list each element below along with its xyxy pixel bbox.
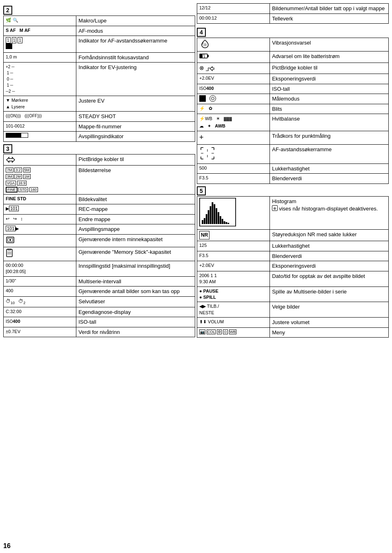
svg-rect-10 — [200, 54, 203, 58]
table-row: C:32:00 Egendiagnose-display — [4, 307, 195, 317]
desc-cell: Meny — [270, 327, 389, 338]
desc-cell: Lukkerhastighet — [270, 241, 389, 251]
desc-cell: Eksponeringsverdi — [270, 261, 389, 271]
svg-rect-36 — [224, 221, 225, 224]
desc-cell: Verdi for nivåtrinn — [76, 327, 195, 337]
desc-cell: PictBridge kobler til — [76, 154, 195, 165]
desc-cell: Histogram ⊗ vises når histogram-displaye… — [270, 197, 389, 230]
icon-cell: (((ON))) (((OFF))) — [4, 112, 76, 122]
desc-cell: Gjenværende antall bilder som kan tas op… — [76, 287, 195, 297]
desc-cell: Bildestørrelse — [76, 165, 195, 194]
table-row: ● PAUSE● SPILL Spille av Multiserie-bild… — [197, 287, 389, 302]
icon-cell: 7M 3:2 5M 3M 2M 1M VGA 16:9 FINE STD 160 — [4, 165, 76, 194]
section2-header: 2 — [3, 6, 195, 15]
section4-header: 4 — [197, 28, 389, 37]
svg-rect-30 — [212, 202, 213, 224]
icon-cell — [197, 51, 270, 63]
icon-cell: ⏱10 ⏱2 — [4, 296, 76, 307]
table-row: ISO400 ISO-tall — [4, 317, 195, 327]
icon-cell: + — [197, 131, 270, 144]
desc-cell: Telleverk — [270, 13, 389, 24]
table-row: Advarsel om lite batteristrøm — [197, 51, 389, 63]
desc-cell: Forhåndsinnstilt fokusavstand — [76, 52, 195, 63]
left-column: 2 🌿 🔍 Makro/Lupe S AF M AF AF-modus 1 1 … — [3, 3, 195, 550]
icon-cell: ISO400 — [197, 84, 270, 94]
icon-cell: C:32:00 — [4, 307, 76, 317]
icon-cell: 1/30" — [4, 276, 76, 287]
desc-cell: Endre mappe — [76, 214, 195, 224]
svg-rect-28 — [208, 210, 209, 224]
table-row: ▶101 REC-mappe — [4, 204, 195, 215]
page-number: 16 — [3, 539, 195, 550]
icon-cell — [4, 132, 76, 142]
desc-cell: PictBridge kobler til — [270, 63, 389, 74]
table-row: ⊗ PictBridge kobler til — [197, 63, 389, 74]
table-row: Gjenværende "Memory Stick"-kapasitet — [4, 247, 195, 261]
table-row: 📷 COL ⚙ ⊙ WB Meny — [197, 327, 389, 338]
icon-cell: F3.5 — [197, 174, 270, 184]
icon-cell: 🌿 🔍 — [4, 16, 76, 26]
table-row: ⬆⬇ VOLUM Justere volumet — [197, 318, 389, 328]
desc-cell: Bildenummer/Antall bilder tatt opp i val… — [270, 4, 389, 14]
icon-cell: ↩ ↪ ↕ — [4, 214, 76, 224]
desc-cell: Selvutløser — [76, 296, 195, 307]
svg-text:))): ))) — [203, 43, 207, 46]
icon-cell: ⚡ ✿ — [197, 104, 270, 114]
table-row: FINE STD Bildekvalitet — [4, 194, 195, 204]
svg-rect-32 — [216, 208, 217, 224]
desc-cell: REC-mappe — [76, 204, 195, 215]
icon-cell: NR — [197, 230, 270, 241]
desc-cell: AF-avstandssøkerramme — [270, 144, 389, 163]
table-row: ▼ Mørkere▲ Lysere Justere EV — [4, 96, 195, 112]
section5-header: 5 — [197, 186, 389, 195]
table-row: 1,0 m Forhåndsinnstilt fokusavstand — [4, 52, 195, 63]
table-row: 🌿 🔍 Makro/Lupe — [4, 16, 195, 26]
table-row: 00:00:00[00:28:05] Innspillingstid [maks… — [4, 261, 195, 276]
table-row: ⚡ ✿ Blits — [197, 104, 389, 114]
desc-cell: Advarsel om lite batteristrøm — [270, 51, 389, 63]
svg-rect-25 — [202, 220, 203, 224]
desc-cell: Vibrasjonsvarsel — [270, 38, 389, 51]
table-row: ◀▶ TILB./NESTE Velge bilder — [197, 302, 389, 318]
desc-cell: Hvitbalanse — [270, 114, 389, 131]
svg-point-2 — [9, 239, 11, 241]
icon-cell: 📷 COL ⚙ ⊙ WB — [197, 327, 270, 338]
svg-rect-37 — [225, 222, 227, 224]
desc-cell: ISO-tall — [270, 84, 389, 94]
desc-cell: Mappe-fil-nummer — [76, 121, 195, 132]
desc-cell: Indikator for EV-justering — [76, 63, 195, 96]
svg-rect-29 — [210, 206, 212, 224]
table-row: ⚡WB ☀ ▓▓▓ ☁ ✦ AWB Hvitbalanse — [197, 114, 389, 131]
desc-cell: Bildekvalitet — [76, 194, 195, 204]
table-row: ⏱10 ⏱2 Selvutløser — [4, 296, 195, 307]
icon-cell: +2 ─ 1 ─ 0 ─ 1 ─ ─2 ─ — [4, 63, 76, 96]
icon-cell — [4, 154, 76, 165]
icon-cell: +2.0EV — [197, 261, 270, 271]
desc-cell: Egendiagnose-display — [76, 307, 195, 317]
table-row: Målemodus — [197, 94, 389, 104]
desc-cell: Blits — [270, 104, 389, 114]
section3-number: 3 — [3, 144, 12, 153]
table-row: PictBridge kobler til — [4, 154, 195, 165]
icon-cell: ● PAUSE● SPILL — [197, 287, 270, 302]
table-row: ±0.7EV Verdi for nivåtrinn — [4, 327, 195, 337]
desc-cell: Spille av Multiserie-bilder i serie — [270, 287, 389, 302]
top-table: 12/12 Bildenummer/Antall bilder tatt opp… — [197, 3, 389, 24]
icon-cell: ISO400 — [4, 317, 76, 327]
desc-cell: Velge bilder — [270, 302, 389, 318]
svg-rect-33 — [218, 212, 219, 224]
table-row: 101-0012 Mappe-fil-nummer — [4, 121, 195, 132]
icon-cell — [197, 94, 270, 104]
desc-cell: Multiserie-intervall — [76, 276, 195, 287]
icon-cell — [4, 247, 76, 261]
svg-rect-26 — [204, 218, 205, 224]
table-row: +2 ─ 1 ─ 0 ─ 1 ─ ─2 ─ Indikator for EV-j… — [4, 63, 195, 96]
desc-cell: Målemodus — [270, 94, 389, 104]
desc-cell: Justere EV — [76, 96, 195, 112]
svg-line-11 — [204, 54, 205, 58]
svg-rect-9 — [207, 55, 209, 57]
table-row: Gjenværende intern minnekapasitet — [4, 235, 195, 247]
icon-cell: ⊗ — [197, 63, 270, 74]
desc-cell: Justere volumet — [270, 318, 389, 328]
icon-cell: ▶101 — [4, 204, 76, 215]
